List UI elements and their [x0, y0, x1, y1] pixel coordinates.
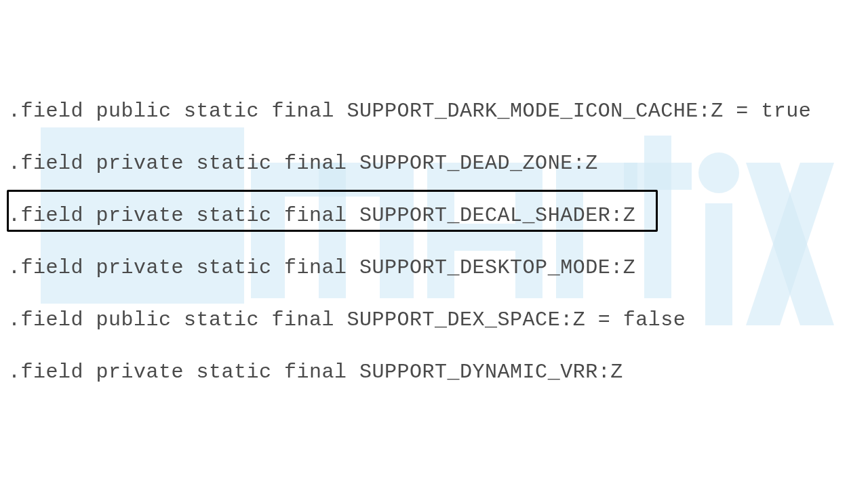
code-line: .field private static final SUPPORT_DECA…	[8, 205, 868, 227]
code-block: .field public static final SUPPORT_DARK_…	[0, 0, 868, 384]
code-line: .field private static final SUPPORT_DYNA…	[8, 361, 868, 384]
code-line: .field private static final SUPPORT_DEAD…	[8, 152, 868, 175]
code-line: .field public static final SUPPORT_DARK_…	[8, 100, 868, 123]
code-line: .field public static final SUPPORT_DEX_S…	[8, 309, 868, 331]
code-line: .field private static final SUPPORT_DESK…	[8, 257, 868, 279]
